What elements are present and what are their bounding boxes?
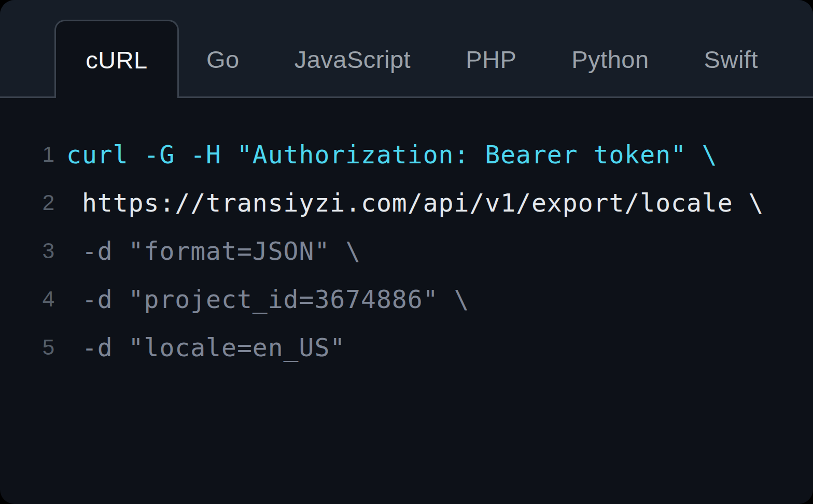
line-number: 2 bbox=[0, 190, 54, 215]
code-text: -d "locale=en_US" bbox=[66, 333, 345, 362]
tab-swift[interactable]: Swift bbox=[677, 0, 786, 98]
code-line: 1 curl -G -H "Authorization: Bearer toke… bbox=[0, 130, 813, 178]
code-line: 4 -d "project_id=3674886" \ bbox=[0, 275, 813, 323]
code-line: 2 https://transiyzi.com/api/v1/export/lo… bbox=[0, 178, 813, 227]
tab-curl[interactable]: cURL bbox=[54, 20, 179, 98]
code-block: 1 curl -G -H "Authorization: Bearer toke… bbox=[0, 98, 813, 371]
code-text: https://transiyzi.com/api/v1/export/loca… bbox=[66, 188, 764, 217]
code-snippet-card: cURL Go JavaScript PHP Python Swift 1 cu… bbox=[0, 0, 813, 504]
language-tabbar: cURL Go JavaScript PHP Python Swift bbox=[0, 0, 813, 98]
line-number: 4 bbox=[0, 287, 54, 312]
tab-javascript[interactable]: JavaScript bbox=[267, 0, 438, 98]
code-text: -d "format=JSON" \ bbox=[66, 236, 361, 265]
code-text: -d "project_id=3674886" \ bbox=[66, 285, 469, 314]
line-number: 1 bbox=[0, 142, 54, 167]
code-line: 5 -d "locale=en_US" bbox=[0, 323, 813, 371]
tab-go[interactable]: Go bbox=[179, 0, 267, 98]
tab-python[interactable]: Python bbox=[544, 0, 676, 98]
code-line: 3 -d "format=JSON" \ bbox=[0, 227, 813, 275]
tab-php[interactable]: PHP bbox=[438, 0, 544, 98]
line-number: 5 bbox=[0, 335, 54, 360]
code-text: curl -G -H "Authorization: Bearer token"… bbox=[66, 140, 718, 169]
line-number: 3 bbox=[0, 239, 54, 263]
